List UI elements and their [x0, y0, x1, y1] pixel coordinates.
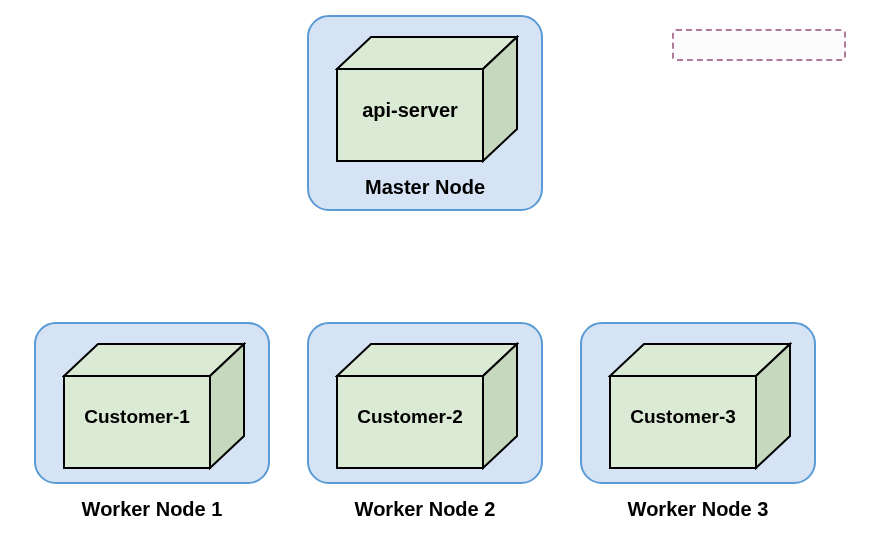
worker-1-title: Worker Node 1	[34, 498, 270, 521]
worker-3-cube-label: Customer-3	[608, 406, 758, 428]
worker-node-2: Customer-2	[307, 322, 543, 484]
master-cube: api-server	[335, 35, 519, 163]
worker-2-cube-label: Customer-2	[335, 406, 485, 428]
worker-2-cube: Customer-2	[335, 342, 519, 470]
master-node: api-server Master Node	[307, 15, 543, 211]
worker-node-3: Customer-3	[580, 322, 816, 484]
worker-2-title: Worker Node 2	[307, 498, 543, 521]
master-cube-label: api-server	[335, 99, 485, 122]
worker-1-cube: Customer-1	[62, 342, 246, 470]
master-title: Master Node	[309, 176, 541, 199]
worker-node-1: Customer-1	[34, 322, 270, 484]
legend-box	[672, 29, 846, 61]
worker-3-cube: Customer-3	[608, 342, 792, 470]
worker-1-cube-label: Customer-1	[62, 406, 212, 428]
worker-3-title: Worker Node 3	[580, 498, 816, 521]
